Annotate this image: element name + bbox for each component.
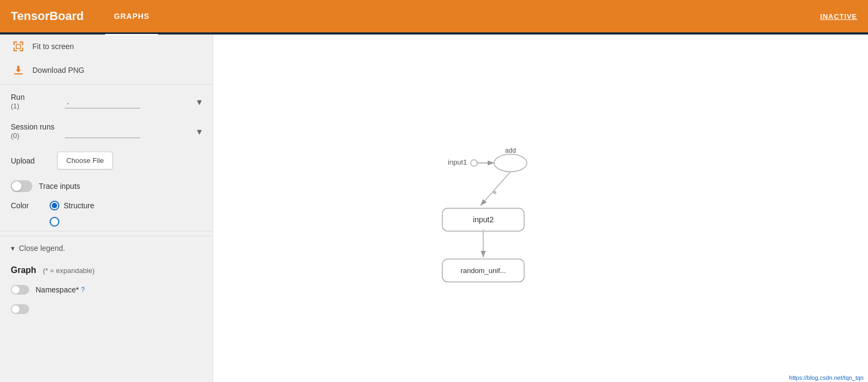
session-runs-dropdown-arrow: ▾: [197, 126, 202, 138]
legend-chevron-icon: ▾: [11, 244, 15, 253]
namespace-toggle-thumb: [12, 286, 19, 294]
session-runs-dropdown[interactable]: [65, 125, 140, 138]
input1-circle[interactable]: [471, 160, 477, 166]
fit-screen-icon: [11, 39, 26, 54]
run-label-group: Run (1): [11, 92, 59, 111]
svg-rect-1: [13, 42, 15, 45]
status-bar: https://blog.csdn.net/tqn_tqn: [785, 373, 868, 382]
session-runs-dropdown-container: ▾: [65, 125, 202, 138]
download-icon: [11, 63, 26, 78]
connector-dot-2: [482, 229, 485, 233]
fit-screen-label: Fit to screen: [32, 42, 74, 51]
input1-text: input1: [448, 158, 467, 166]
svg-rect-7: [22, 47, 23, 51]
fit-to-screen-row[interactable]: Fit to screen: [0, 35, 213, 58]
status-url: https://blog.csdn.net/tqn_tqn: [789, 374, 864, 381]
structure-radio[interactable]: [50, 201, 59, 210]
opnode-toggle-thumb: [12, 305, 19, 313]
graph-svg: input1 add input2 random_unif...: [213, 35, 868, 382]
device-row: [0, 214, 213, 229]
add-text: add: [505, 147, 516, 154]
main-layout: Fit to screen Download PNG Run (1) .: [0, 35, 868, 382]
svg-rect-8: [16, 44, 20, 49]
session-runs-count: (0): [11, 132, 59, 141]
run-dropdown[interactable]: .: [65, 95, 140, 108]
structure-label: Structure: [64, 201, 94, 210]
opnode-toggle[interactable]: [11, 304, 29, 314]
input2-label: input2: [473, 215, 494, 224]
add-ellipse[interactable]: [494, 154, 527, 172]
random-unif-label: random_unif...: [461, 267, 506, 275]
device-radio[interactable]: [50, 217, 59, 227]
edge-add-input2: [481, 172, 511, 206]
run-control-row: Run (1) . ▾: [0, 87, 213, 117]
inactive-status[interactable]: INACTIVE: [820, 12, 857, 21]
namespace-label: Namespace* ?: [36, 285, 85, 294]
session-runs-row: Session runs (0) ▾: [0, 117, 213, 146]
run-dropdown-container: . ▾: [65, 95, 202, 108]
run-dropdown-arrow: ▾: [197, 96, 202, 108]
trace-inputs-row: Trace inputs: [0, 175, 213, 197]
session-runs-label: Session runs: [11, 122, 59, 132]
download-png-row[interactable]: Download PNG: [0, 58, 213, 82]
namespace-help-icon[interactable]: ?: [81, 286, 85, 294]
trace-inputs-label: Trace inputs: [39, 182, 80, 190]
choose-file-button[interactable]: Choose File: [57, 152, 113, 169]
upload-row: Upload Choose File: [0, 146, 213, 175]
sidebar: Fit to screen Download PNG Run (1) .: [0, 35, 213, 382]
graph-legend-title: Graph: [11, 265, 36, 275]
graph-legend-section: Graph (* = expandable): [0, 260, 213, 281]
namespace-toggle[interactable]: [11, 285, 29, 295]
color-label: Color: [11, 201, 43, 210]
svg-rect-9: [14, 73, 23, 74]
legend-toggle-label: Close legend.: [19, 244, 65, 253]
svg-rect-3: [22, 42, 23, 45]
svg-rect-5: [13, 47, 15, 51]
legend-toggle-row[interactable]: ▾ Close legend.: [11, 242, 202, 255]
topbar: TensorBoard GRAPHS INACTIVE: [0, 0, 868, 35]
graph-legend-subtitle: (* = expandable): [43, 267, 95, 275]
nav-graphs[interactable]: GRAPHS: [105, 0, 158, 33]
color-row: Color Structure: [0, 197, 213, 214]
color-radio-group: Structure: [50, 201, 94, 210]
opnode-row: [0, 300, 213, 318]
run-label: Run: [11, 92, 59, 102]
trace-inputs-toggle[interactable]: [11, 180, 32, 192]
graph-area: input1 add input2 random_unif...: [213, 35, 868, 382]
session-runs-label-group: Session runs (0): [11, 122, 59, 141]
device-radio-group: [50, 217, 59, 227]
legend-section: ▾ Close legend.: [0, 236, 213, 260]
namespace-row: Namespace* ?: [0, 281, 213, 299]
upload-label: Upload: [11, 156, 49, 165]
run-count: (1): [11, 102, 59, 111]
app-logo: TensorBoard: [11, 9, 84, 23]
download-png-label: Download PNG: [32, 66, 85, 74]
